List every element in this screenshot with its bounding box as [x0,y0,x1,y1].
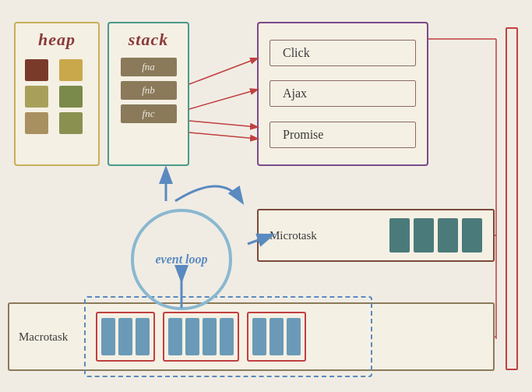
stack-item-fnc: fnc [121,104,177,123]
diagram: heap stack fna fnb fnc Click Ajax Promis… [0,0,532,392]
heap-square-4 [59,86,83,108]
svg-line-2 [189,121,257,127]
heap-squares [22,56,92,137]
stack-item-fnb: fnb [121,81,177,100]
stack-box: stack fna fnb fnc [107,22,189,166]
heap-square-6 [59,112,83,134]
microtask-bars [389,218,482,253]
micro-bar-4 [462,218,482,253]
webapi-ajax: Ajax [270,80,416,107]
event-loop-label: event loop [155,253,207,267]
webapi-promise: Promise [270,122,416,148]
micro-bar-3 [438,218,458,253]
event-loop-area: event loop [115,193,248,326]
heap-square-3 [25,86,48,108]
macrotask-label: Macrotask [19,330,85,344]
heap-title: heap [22,30,92,50]
microtask-box: Microtask [257,209,495,262]
heap-square-2 [59,59,83,81]
webapi-click: Click [270,40,416,66]
micro-bar-1 [389,218,410,253]
stack-title: stack [115,30,181,50]
stack-items: fna fnb fnc [115,58,181,123]
svg-line-3 [189,132,257,139]
svg-line-1 [189,90,257,109]
heap-box: heap [14,22,100,166]
heap-square-1 [25,59,48,81]
micro-bar-2 [414,218,434,253]
svg-line-0 [189,58,257,84]
heap-square-5 [25,112,48,134]
webapi-box: Click Ajax Promise [257,22,428,166]
stack-item-fna: fna [121,58,177,76]
event-loop-circle: event loop [131,209,232,310]
microtask-label: Microtask [270,229,317,242]
right-red-bar [506,27,518,370]
